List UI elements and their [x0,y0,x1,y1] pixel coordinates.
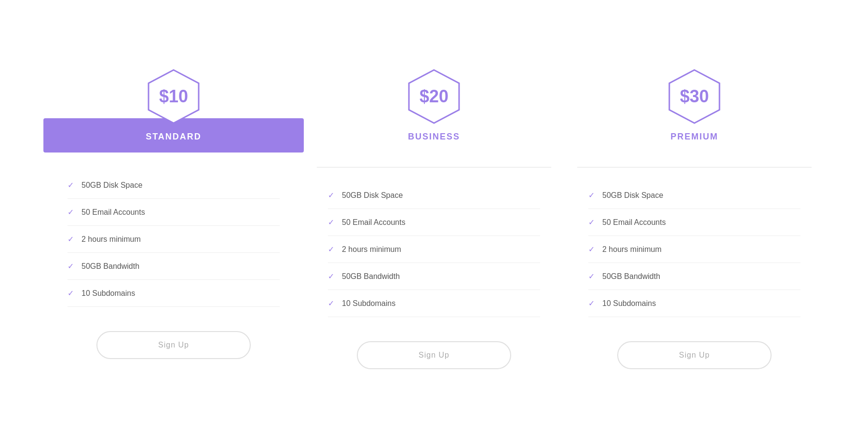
check-icon: ✓ [328,299,334,308]
feature-item: ✓ 50 Email Accounts [588,209,800,236]
check-icon: ✓ [328,218,334,227]
feature-text: 2 hours minimum [602,245,662,254]
feature-text: 50 Email Accounts [342,218,406,227]
check-icon: ✓ [588,218,595,227]
card-header: $30 PREMIUM [564,65,825,153]
plan-price: $10 [159,86,188,107]
feature-item: ✓ 2 hours minimum [328,236,540,263]
check-icon: ✓ [588,272,595,281]
plan-price: $30 [680,86,709,107]
features-list: ✓ 50GB Disk Space ✓ 50 Email Accounts ✓ … [304,177,564,322]
feature-text: 50GB Bandwidth [342,272,400,281]
card-header: $10 STANDARD [43,65,304,153]
signup-wrapper: Sign Up [43,331,304,359]
hexagon-wrapper: $20 [403,65,465,128]
features-list: ✓ 50GB Disk Space ✓ 50 Email Accounts ✓ … [564,177,825,322]
features-list: ✓ 50GB Disk Space ✓ 50 Email Accounts ✓ … [43,167,304,312]
hexagon-wrapper: $30 [663,65,726,128]
hexagon: $20 [405,68,463,125]
feature-text: 50GB Disk Space [342,191,403,200]
feature-item: ✓ 10 Subdomains [328,290,540,317]
check-icon: ✓ [68,208,74,217]
check-icon: ✓ [68,289,74,298]
check-icon: ✓ [588,245,595,254]
check-icon: ✓ [68,180,74,190]
card-header: $20 BUSINESS [304,65,564,153]
feature-item: ✓ 50GB Bandwidth [588,263,800,290]
feature-text: 2 hours minimum [81,235,141,244]
feature-item: ✓ 50GB Bandwidth [68,253,280,280]
check-icon: ✓ [328,245,334,254]
header-divider [317,167,551,167]
signup-button[interactable]: Sign Up [96,331,251,359]
check-icon: ✓ [588,299,595,308]
feature-item: ✓ 10 Subdomains [588,290,800,317]
pricing-card-business: $20 BUSINESS ✓ 50GB Disk Space ✓ 50 Emai… [304,65,564,388]
feature-item: ✓ 10 Subdomains [68,280,280,307]
check-icon: ✓ [588,191,595,200]
check-icon: ✓ [68,235,74,244]
feature-text: 50GB Bandwidth [81,262,139,271]
feature-text: 10 Subdomains [81,289,135,298]
hexagon: $10 [145,68,203,125]
feature-text: 50GB Disk Space [602,191,663,200]
pricing-card-standard: $10 STANDARD ✓ 50GB Disk Space ✓ 50 Emai… [43,65,304,378]
check-icon: ✓ [68,262,74,271]
feature-item: ✓ 50GB Disk Space [328,182,540,209]
signup-wrapper: Sign Up [304,341,564,369]
check-icon: ✓ [328,191,334,200]
feature-item: ✓ 50GB Disk Space [68,172,280,199]
signup-button[interactable]: Sign Up [357,341,511,369]
feature-item: ✓ 2 hours minimum [68,226,280,253]
signup-wrapper: Sign Up [564,341,825,369]
hexagon-wrapper: $10 [142,65,205,128]
feature-text: 10 Subdomains [602,299,656,308]
pricing-container: $10 STANDARD ✓ 50GB Disk Space ✓ 50 Emai… [24,36,844,408]
feature-item: ✓ 2 hours minimum [588,236,800,263]
signup-button[interactable]: Sign Up [617,341,772,369]
feature-item: ✓ 50GB Disk Space [588,182,800,209]
plan-name: BUSINESS [408,132,460,141]
feature-item: ✓ 50 Email Accounts [328,209,540,236]
feature-text: 2 hours minimum [342,245,401,254]
plan-price: $20 [420,86,448,107]
hexagon: $30 [665,68,723,125]
feature-text: 50GB Disk Space [81,181,142,190]
header-divider [577,167,812,167]
feature-text: 10 Subdomains [342,299,395,308]
pricing-card-premium: $30 PREMIUM ✓ 50GB Disk Space ✓ 50 Email… [564,65,825,388]
check-icon: ✓ [328,272,334,281]
feature-text: 50 Email Accounts [81,208,145,217]
plan-name: PREMIUM [671,132,719,141]
plan-name: STANDARD [146,132,202,141]
feature-text: 50 Email Accounts [602,218,666,227]
feature-item: ✓ 50 Email Accounts [68,199,280,226]
feature-text: 50GB Bandwidth [602,272,660,281]
feature-item: ✓ 50GB Bandwidth [328,263,540,290]
